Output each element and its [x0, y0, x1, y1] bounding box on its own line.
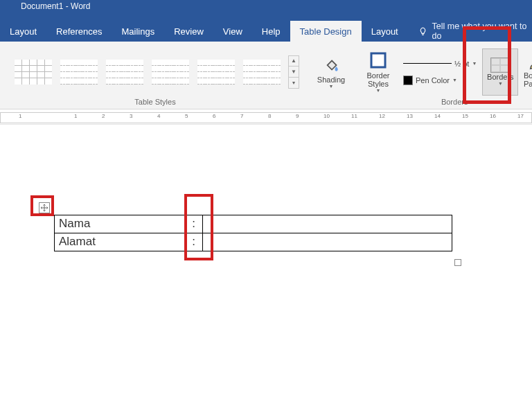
- ruler-tick: 7: [240, 113, 243, 119]
- table-cell-value[interactable]: [203, 233, 452, 251]
- shading-button[interactable]: Shading ▼: [312, 48, 351, 96]
- borders-label: Borders: [487, 73, 514, 81]
- table-cell-label[interactable]: Alamat: [55, 233, 185, 251]
- borders-button[interactable]: Borders ▼: [482, 48, 518, 96]
- group-label-borders: Borders: [441, 96, 468, 107]
- table-cell-value[interactable]: [203, 215, 452, 233]
- border-styles-icon: [369, 51, 388, 70]
- group-borders: Border Styles ▼ ½ pt ▼ Pen Color ▼ Borde…: [355, 42, 532, 109]
- line-weight-preview: [403, 60, 452, 68]
- tell-me-search[interactable]: Tell me what you want to do: [411, 21, 532, 42]
- document-table[interactable]: Nama : Alamat :: [54, 215, 452, 251]
- chevron-down-icon: ▼: [498, 81, 503, 86]
- chevron-up-icon[interactable]: ▲: [289, 56, 299, 67]
- table-resize-handle[interactable]: [454, 259, 461, 266]
- horizontal-ruler[interactable]: 211234567891011121314151617: [0, 109, 532, 125]
- tab-references[interactable]: References: [46, 21, 112, 42]
- ruler-tick: 16: [490, 113, 496, 119]
- chevron-down-icon: ▼: [376, 88, 381, 93]
- border-styles-label: Border Styles: [366, 71, 389, 88]
- tab-view[interactable]: View: [213, 21, 252, 42]
- ruler-tick: 2: [102, 113, 105, 119]
- tell-me-label: Tell me what you want to do: [432, 21, 533, 41]
- tab-layout[interactable]: Layout: [0, 21, 46, 42]
- chevron-down-icon: ▼: [329, 84, 334, 89]
- document-title: Document1 - Word: [21, 1, 90, 11]
- ruler-tick: 6: [213, 113, 215, 119]
- border-styles-button[interactable]: Border Styles ▼: [359, 48, 398, 96]
- group-shading: Shading ▼: [308, 42, 355, 109]
- line-weight-label: ½ pt: [454, 60, 469, 68]
- tab-table-layout[interactable]: Layout: [362, 21, 408, 42]
- table-styles-gallery[interactable]: [11, 55, 284, 89]
- pen-color-swatch: [403, 76, 413, 85]
- table-style-swatch[interactable]: [57, 55, 101, 89]
- pen-color-label: Pen Color: [416, 76, 450, 85]
- table-style-swatch[interactable]: [103, 55, 147, 89]
- ruler-tick: 1: [74, 113, 77, 119]
- ruler-tick: 3: [130, 113, 132, 119]
- table-row[interactable]: Nama :: [55, 215, 452, 233]
- border-painter-button[interactable]: Border Painter: [521, 48, 532, 96]
- table-style-swatch[interactable]: [148, 55, 193, 89]
- paint-bucket-icon: [321, 55, 341, 74]
- group-table-styles: ▲ ▼ ▾ Table Styles: [3, 42, 308, 109]
- group-label-table-styles: Table Styles: [134, 96, 175, 107]
- chevron-down-icon[interactable]: ▼: [289, 66, 299, 78]
- tab-table-design[interactable]: Table Design: [290, 21, 362, 42]
- title-bar: Document1 - Word: [0, 0, 532, 21]
- ribbon-tabs: Layout References Mailings Review View H…: [0, 21, 532, 42]
- document-area[interactable]: Nama : Alamat :: [0, 125, 532, 399]
- tab-mailings[interactable]: Mailings: [112, 21, 165, 42]
- tab-help[interactable]: Help: [252, 21, 290, 42]
- ruler-tick: 13: [407, 113, 413, 119]
- gallery-more-icon[interactable]: ▾: [289, 78, 299, 88]
- table-style-swatch[interactable]: [11, 55, 55, 89]
- pen-color-selector[interactable]: Pen Color ▼: [400, 73, 479, 88]
- table-cell-label[interactable]: Nama: [55, 215, 185, 233]
- ruler-track: [0, 112, 532, 123]
- svg-rect-0: [371, 53, 385, 67]
- table-move-handle[interactable]: [39, 202, 50, 213]
- table-row[interactable]: Alamat :: [55, 233, 452, 251]
- chevron-down-icon: ▼: [472, 61, 477, 66]
- line-weight-selector[interactable]: ½ pt ▼: [400, 56, 479, 71]
- ruler-tick: 10: [323, 113, 330, 119]
- ruler-tick: 1: [19, 113, 21, 119]
- table-cell-separator[interactable]: :: [185, 233, 203, 251]
- chevron-down-icon: ▼: [452, 78, 457, 82]
- borders-grid-icon: [490, 57, 510, 73]
- ruler-tick: 12: [379, 113, 385, 119]
- lightbulb-icon: [418, 26, 427, 36]
- border-painter-label: Border Painter: [524, 71, 532, 88]
- gallery-scroll[interactable]: ▲ ▼ ▾: [288, 55, 299, 89]
- ruler-tick: 5: [185, 113, 188, 119]
- ribbon: ▲ ▼ ▾ Table Styles Shading ▼: [0, 42, 532, 109]
- table-cell-separator[interactable]: :: [185, 215, 203, 233]
- paintbrush-icon: [528, 56, 532, 71]
- ruler-tick: 9: [296, 113, 299, 119]
- ruler-tick: 8: [268, 113, 271, 119]
- ruler-tick: 15: [462, 113, 468, 119]
- shading-label: Shading: [317, 76, 345, 84]
- table-style-swatch[interactable]: [194, 55, 238, 89]
- ruler-tick: 4: [157, 113, 160, 119]
- tab-review[interactable]: Review: [164, 21, 213, 42]
- table-style-swatch[interactable]: [240, 55, 284, 89]
- ruler-tick: 14: [434, 113, 441, 119]
- ruler-tick: 11: [351, 113, 357, 119]
- ruler-tick: 17: [517, 113, 524, 119]
